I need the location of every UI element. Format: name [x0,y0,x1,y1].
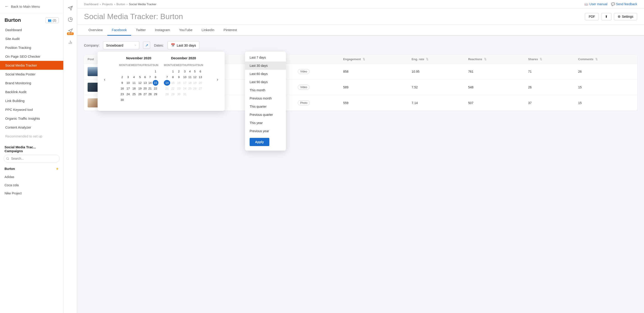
cal-day-dec9[interactable]: 9 [176,74,182,80]
campaign-item-adidas[interactable]: Adidas [0,173,63,181]
sidebar-item-ppc-keyword[interactable]: PPC Keyword tool [0,105,63,114]
campaign-item-burton[interactable]: Burton ★ [0,165,63,173]
bar-chart-icon-btn[interactable] [66,38,75,47]
dropdown-90days[interactable]: Last 90 days [245,78,286,86]
cal-day-nov16[interactable]: 16 [119,86,125,91]
breadcrumb-burton[interactable]: Burton [116,3,125,6]
cal-day-nov19[interactable]: 19 [137,86,143,91]
cal-day-nov11[interactable]: 11 [131,80,137,86]
cal-day-nov9[interactable]: 9 [119,80,125,86]
cal-day-nov27[interactable]: 27 [143,91,147,97]
cal-day-dec3[interactable]: 3 [182,69,188,74]
cal-day-nov12[interactable]: 12 [137,80,143,86]
cal-day-nov29[interactable]: 29 [153,91,158,97]
pdf-label: PDF [589,15,595,19]
cal-day-dec5[interactable]: 5 [192,69,198,74]
cal-day-dec12[interactable]: 12 [192,74,198,80]
megaphone-icon-btn[interactable]: BETA [66,26,75,36]
cal-day-nov23[interactable]: 23 [119,91,125,97]
cal-prev-button[interactable]: ‹ [102,76,107,83]
dropdown-this-quarter[interactable]: This quarter [245,102,286,111]
dropdown-prev-year[interactable]: Previous year [245,127,286,135]
cal-day-nov13[interactable]: 13 [143,80,147,86]
search-input[interactable] [4,155,60,162]
sidebar-item-brand-monitoring[interactable]: Brand Monitoring [0,79,63,88]
sidebar-item-link-building[interactable]: Link Building [0,96,63,105]
dropdown-60days[interactable]: Last 60 days [245,70,286,78]
export-button[interactable]: ⬆ [601,13,612,20]
external-link-button[interactable]: ↗ [143,42,150,49]
dropdown-prev-month[interactable]: Previous month [245,94,286,102]
breadcrumb-projects[interactable]: Projects [102,3,113,6]
cal-day-nov2[interactable]: 2 [119,74,125,80]
cal-day-nov7[interactable]: 7 [148,74,153,80]
cal-day-nov18[interactable]: 18 [131,86,137,91]
sidebar-item-on-page-seo[interactable]: On Page SEO Checker [0,52,63,61]
send-icon-btn[interactable] [66,4,75,13]
sidebar-item-site-audit[interactable]: Site Audit [0,34,63,43]
cal-day-nov21[interactable]: 21 [148,86,153,91]
sidebar-item-organic-traffic[interactable]: Organic Traffic Insights [0,114,63,123]
dropdown-30days[interactable]: Last 30 days [245,62,286,70]
user-manual-link[interactable]: 📖 User manual [584,2,607,6]
cal-day-nov26[interactable]: 26 [137,91,143,97]
cal-day-nov17[interactable]: 17 [125,86,131,91]
tab-overview[interactable]: Overview [84,25,107,36]
cal-day-dec11[interactable]: 11 [188,74,192,80]
dropdown-7days[interactable]: Last 7 days [245,53,286,62]
cal-day-dec1[interactable]: 1 [170,69,176,74]
sidebar-item-dashboard[interactable]: Dashboard [0,26,63,34]
campaign-item-coca-cola[interactable]: Coca cola [0,181,63,189]
dropdown-this-month[interactable]: This month [245,86,286,94]
tab-youtube[interactable]: YouTube [174,25,197,36]
cal-day-nov1[interactable]: 1 [153,69,158,74]
tab-pinterest[interactable]: Pinterest [219,25,242,36]
cal-day-dec7[interactable]: 7 [164,74,170,80]
cal-day-dec13[interactable]: 13 [198,74,203,80]
cal-day-dec4[interactable]: 4 [188,69,192,74]
apply-button[interactable]: Apply [250,138,269,146]
cal-day-nov24[interactable]: 24 [125,91,131,97]
tab-facebook[interactable]: Facebook [107,25,132,36]
sidebar-item-position-tracking[interactable]: Position Tracking [0,43,63,52]
sidebar-item-social-media-poster[interactable]: Social Media Poster [0,70,63,79]
send-feedback-link[interactable]: 💬 Send feedback [611,2,637,6]
tab-twitter[interactable]: Twitter [131,25,150,36]
cal-day-nov22[interactable]: 22 [153,86,158,91]
dropdown-prev-quarter[interactable]: Previous quarter [245,111,286,119]
sidebar-item-content-analyzer[interactable]: Content Analyzer [0,123,63,132]
cal-day-dec6[interactable]: 6 [198,69,203,74]
pie-chart-icon-btn[interactable] [66,15,75,24]
cal-day-nov8[interactable]: 8 [153,74,158,80]
tab-instagram[interactable]: Instagram [150,25,175,36]
sidebar-item-social-media-tracker[interactable]: Social Media Tracker [0,61,63,70]
cal-day-nov28[interactable]: 28 [148,91,153,97]
back-to-main[interactable]: ← Back to Main Menu [0,0,63,13]
campaign-item-nike-project[interactable]: Nike Project [0,189,63,197]
cal-day-nov4[interactable]: 4 [131,74,137,80]
cal-next-button[interactable]: › [215,76,220,83]
cal-day-dec8[interactable]: 8 [170,74,176,80]
cal-day-dec2[interactable]: 2 [176,69,182,74]
reactions-3: 507 [464,95,524,111]
settings-button[interactable]: ⚙ Settings [614,13,637,20]
cal-day-nov25[interactable]: 25 [131,91,137,97]
cal-day-nov30[interactable]: 30 [119,97,125,103]
cal-day-nov3[interactable]: 3 [125,74,131,80]
cal-day-nov5[interactable]: 5 [137,74,143,80]
sidebar-item-backlink-audit[interactable]: Backlink Audit [0,88,63,96]
pdf-button[interactable]: PDF [585,13,599,20]
tab-linkedin[interactable]: LinkedIn [197,25,219,36]
cal-day-nov10[interactable]: 10 [125,80,131,86]
cal-day-nov6[interactable]: 6 [143,74,147,80]
cal-day-nov15[interactable]: 15 [153,80,158,86]
team-badge[interactable]: 👥 (2) [46,18,59,23]
cal-day-nov14[interactable]: 14 [148,80,153,86]
cal-day-dec14[interactable]: 14 [164,80,170,86]
cal-day-nov20[interactable]: 20 [143,86,147,91]
cal-day-dec10[interactable]: 10 [182,74,188,80]
company-select[interactable]: Snowboard Burton [103,41,139,49]
dropdown-this-year[interactable]: This year [245,119,286,127]
breadcrumb-dashboard[interactable]: Dashboard [84,3,98,6]
dates-button[interactable]: 📅 Last 30 days [168,41,200,49]
